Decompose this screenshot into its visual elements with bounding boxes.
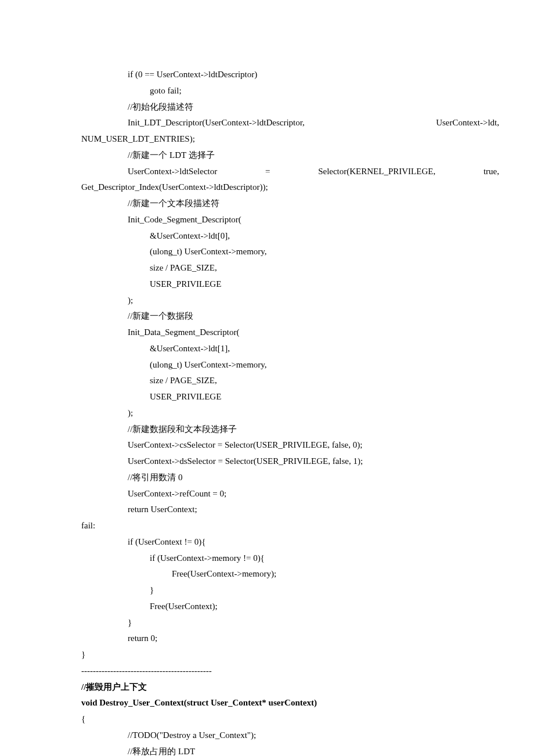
code-line: USER_PRIVILEGE <box>81 389 453 405</box>
code-line: (ulong_t) UserContext->memory, <box>81 357 453 373</box>
code-block: if (0 == UserContext->ldtDescriptor)goto… <box>81 67 453 756</box>
code-line: (ulong_t) UserContext->memory, <box>81 244 453 260</box>
code-line: goto fail; <box>81 83 453 99</box>
code-line: //将引用数清 0 <box>81 470 453 486</box>
code-line: //摧毁用户上下文 <box>81 679 453 696</box>
code-line: UserContext->dsSelector = Selector(USER_… <box>81 453 453 470</box>
code-line: //新建数据段和文本段选择子 <box>81 422 453 438</box>
code-token: Selector(KERNEL_PRIVILEGE, <box>318 164 435 180</box>
code-line: NUM_USER_LDT_ENTRIES); <box>81 131 453 147</box>
code-line: UserContext->csSelector = Selector(USER_… <box>81 437 453 453</box>
code-token: Init_LDT_Descriptor(UserContext->ldtDesc… <box>128 115 305 131</box>
code-line: UserContext->ldtSelector=Selector(KERNEL… <box>81 164 499 180</box>
code-line: Init_Data_Segment_Descriptor( <box>81 325 453 341</box>
code-line: ); <box>81 405 453 422</box>
code-line: } <box>81 647 453 663</box>
code-line: if (UserContext->memory != 0){ <box>81 550 453 567</box>
page-number: 4 <box>0 754 534 756</box>
page-content: if (0 == UserContext->ldtDescriptor)goto… <box>0 0 534 756</box>
code-line: &UserContext->ldt[0], <box>81 228 453 244</box>
code-line: UserContext->refCount = 0; <box>81 486 453 502</box>
code-line: Get_Descriptor_Index(UserContext->ldtDes… <box>81 179 453 196</box>
code-line: //TODO("Destroy a User_Context"); <box>81 728 453 744</box>
code-line: //新建一个 LDT 选择子 <box>81 147 453 164</box>
code-line: void Destroy_User_Context(struct User_Co… <box>81 695 453 711</box>
code-line: //新建一个文本段描述符 <box>81 196 453 212</box>
code-line: &UserContext->ldt[1], <box>81 341 453 357</box>
code-line: Free(UserContext); <box>81 599 453 615</box>
code-token: UserContext->ldt, <box>436 115 499 131</box>
code-token: = <box>265 164 270 180</box>
code-line: //初始化段描述符 <box>81 99 453 116</box>
code-line: fail: <box>81 518 453 534</box>
code-line: ); <box>81 293 453 309</box>
code-line: { <box>81 711 453 728</box>
code-line: USER_PRIVILEGE <box>81 276 453 293</box>
code-token: true, <box>484 164 499 180</box>
code-line: Free(UserContext->memory); <box>81 566 453 582</box>
code-line: size / PAGE_SIZE, <box>81 373 453 389</box>
code-line: return UserContext; <box>81 502 453 518</box>
code-line: size / PAGE_SIZE, <box>81 260 453 276</box>
code-line: return 0; <box>81 631 453 647</box>
code-line: ----------------------------------------… <box>81 663 453 679</box>
code-line: if (UserContext != 0){ <box>81 534 453 550</box>
code-line: Init_Code_Segment_Descriptor( <box>81 212 453 228</box>
code-line: } <box>81 582 453 599</box>
code-line: Init_LDT_Descriptor(UserContext->ldtDesc… <box>81 115 499 131</box>
code-line: if (0 == UserContext->ldtDescriptor) <box>81 67 453 83</box>
code-line: //新建一个数据段 <box>81 308 453 325</box>
code-line: } <box>81 615 453 631</box>
code-token: UserContext->ldtSelector <box>128 164 217 180</box>
